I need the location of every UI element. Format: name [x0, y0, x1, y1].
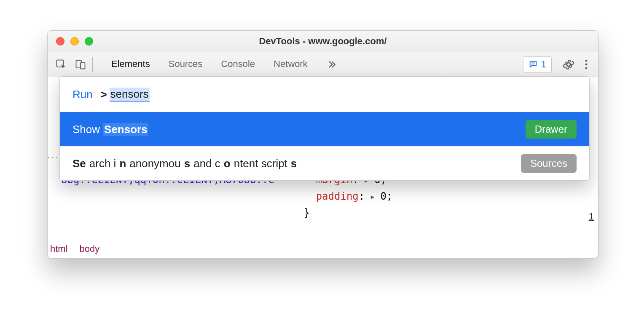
- main-toolbar: Elements Sources Console Network 1: [48, 52, 598, 77]
- command-query[interactable]: sensors: [110, 88, 150, 102]
- command-result-search-scripts[interactable]: Search in anonymous and content scripts …: [60, 146, 589, 180]
- device-toolbar-icon[interactable]: [75, 57, 86, 72]
- tab-sources[interactable]: Sources: [159, 52, 212, 77]
- breadcrumb-html[interactable]: html: [50, 243, 68, 254]
- tab-network[interactable]: Network: [264, 52, 317, 77]
- command-menu: Run > sensors Show Sensors Drawer Search…: [59, 76, 590, 181]
- run-label: Run: [72, 88, 93, 101]
- more-options-icon[interactable]: [582, 57, 590, 72]
- css-decl: padding: ▶ 0;: [304, 189, 395, 205]
- zoom-window-button[interactable]: [85, 37, 93, 45]
- minimize-window-button[interactable]: [70, 37, 79, 45]
- tab-console[interactable]: Console: [212, 52, 264, 77]
- command-result-show-sensors[interactable]: Show Sensors Drawer: [60, 112, 589, 146]
- result-category-badge: Drawer: [526, 120, 577, 139]
- feedback-count: 1: [541, 59, 546, 70]
- style-index-link[interactable]: 1: [589, 211, 594, 222]
- breadcrumb-body[interactable]: body: [80, 243, 100, 254]
- traffic-lights: [48, 37, 93, 45]
- window-title: DevTools - www.google.com/: [48, 36, 598, 47]
- svg-point-3: [567, 63, 570, 66]
- devtools-window: DevTools - www.google.com/ Elements Sour…: [47, 30, 598, 259]
- titlebar: DevTools - www.google.com/: [48, 31, 598, 52]
- more-tabs-icon[interactable]: [320, 59, 343, 70]
- result-prefix: Show: [72, 123, 100, 136]
- svg-point-4: [585, 60, 588, 62]
- breadcrumb: html body: [50, 240, 99, 258]
- tab-elements[interactable]: Elements: [102, 52, 159, 77]
- svg-rect-2: [80, 62, 85, 69]
- svg-point-5: [585, 64, 588, 66]
- result-match: Sensors: [103, 123, 148, 136]
- command-input-row[interactable]: Run > sensors: [60, 77, 589, 112]
- collapsed-gutter[interactable]: ···: [48, 152, 57, 162]
- css-close: }: [304, 205, 395, 220]
- result-text: Search in anonymous and content scripts: [72, 157, 297, 170]
- inspect-element-icon[interactable]: [55, 57, 67, 72]
- command-prompt: >: [100, 88, 107, 101]
- settings-icon[interactable]: [563, 57, 574, 72]
- svg-point-6: [585, 67, 588, 69]
- feedback-button[interactable]: 1: [523, 56, 552, 72]
- panel-body: ··· NT;hWT9Jb:.CLIENT;WCulWe:.CLIENT;VM …: [48, 77, 598, 258]
- close-window-button[interactable]: [56, 37, 64, 45]
- toolbar-separator: [92, 57, 93, 72]
- result-category-badge: Sources: [521, 154, 577, 173]
- panel-tabs: Elements Sources Console Network: [102, 52, 317, 77]
